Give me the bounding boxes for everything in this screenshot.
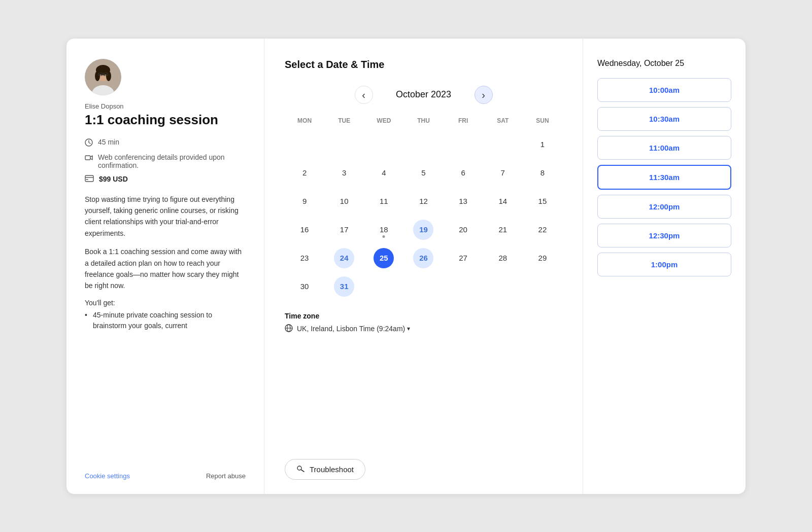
time-slot-button[interactable]: 10:00am bbox=[597, 78, 731, 102]
left-panel: Elise Dopson 1:1 coaching session 45 min… bbox=[66, 39, 264, 494]
calendar-day bbox=[483, 131, 523, 158]
host-name: Elise Dopson bbox=[85, 102, 246, 110]
calendar-day[interactable]: 16 bbox=[285, 217, 324, 243]
calendar-header: ‹ October 2023 › bbox=[285, 86, 562, 104]
description-2: Book a 1:1 coaching session and come awa… bbox=[85, 246, 246, 292]
calendar-day[interactable]: 4 bbox=[364, 160, 403, 186]
calendar-day[interactable]: 12 bbox=[403, 188, 443, 215]
calendar-day[interactable]: 6 bbox=[444, 160, 483, 186]
calendar-day[interactable]: 22 bbox=[523, 217, 562, 243]
calendar-day[interactable]: 8 bbox=[523, 160, 562, 186]
globe-icon bbox=[285, 324, 293, 334]
calendar-week: 3031 bbox=[285, 273, 562, 300]
calendar-day[interactable]: 30 bbox=[285, 273, 324, 300]
calendar-day[interactable]: 31 bbox=[324, 273, 364, 300]
time-slot-button[interactable]: 12:30pm bbox=[597, 224, 731, 247]
calendar-day[interactable]: 27 bbox=[444, 245, 483, 271]
day-header: TUE bbox=[324, 114, 364, 127]
timezone-label: Time zone bbox=[285, 312, 562, 320]
calendar-day[interactable]: 24 bbox=[324, 245, 364, 271]
calendar-weeks: 1234567891011121314151617181920212223242… bbox=[285, 131, 562, 300]
clock-icon bbox=[85, 138, 93, 148]
day-header: SAT bbox=[483, 114, 523, 127]
timezone-dropdown[interactable]: UK, Ireland, Lisbon Time (9:24am) ▾ bbox=[297, 325, 410, 333]
video-icon bbox=[85, 154, 93, 163]
calendar-day[interactable]: 21 bbox=[483, 217, 523, 243]
day-header: MON bbox=[285, 114, 324, 127]
calendar-day[interactable]: 17 bbox=[324, 217, 364, 243]
key-icon bbox=[296, 465, 304, 474]
selected-date-label: Wednesday, October 25 bbox=[597, 59, 731, 68]
calendar-day[interactable]: 26 bbox=[403, 245, 443, 271]
next-month-button[interactable]: › bbox=[475, 86, 493, 104]
panel-title: Select a Date & Time bbox=[285, 59, 562, 70]
bottom-links: Cookie settings Report abuse bbox=[85, 464, 246, 480]
time-slots-container: 10:00am10:30am11:00am11:30am12:00pm12:30… bbox=[597, 78, 731, 276]
conferencing-item: Web conferencing details provided upon c… bbox=[85, 153, 246, 169]
time-slot-button[interactable]: 11:30am bbox=[597, 165, 731, 190]
conferencing-text: Web conferencing details provided upon c… bbox=[98, 153, 246, 169]
calendar-day[interactable]: 9 bbox=[285, 188, 324, 215]
calendar-day[interactable]: 13 bbox=[444, 188, 483, 215]
calendar-day[interactable]: 18 bbox=[364, 217, 403, 243]
calendar-day[interactable]: 7 bbox=[483, 160, 523, 186]
price-row: $99 USD bbox=[85, 174, 246, 184]
svg-point-4 bbox=[95, 71, 100, 81]
calendar-day bbox=[285, 131, 324, 158]
middle-panel: Select a Date & Time ‹ October 2023 › MO… bbox=[264, 39, 583, 494]
calendar-day[interactable]: 25 bbox=[364, 245, 403, 271]
day-header: WED bbox=[364, 114, 403, 127]
timezone-value: UK, Ireland, Lisbon Time (9:24am) bbox=[297, 325, 405, 333]
calendar-day[interactable]: 29 bbox=[523, 245, 562, 271]
middle-bottom: Troubleshoot bbox=[285, 447, 562, 480]
calendar-day[interactable]: 5 bbox=[403, 160, 443, 186]
calendar-day bbox=[483, 273, 523, 300]
calendar-week: 23242526272829 bbox=[285, 245, 562, 271]
time-slot-button[interactable]: 10:30am bbox=[597, 107, 731, 131]
card-icon bbox=[85, 175, 94, 184]
timezone-section: Time zone UK, Ireland, Lisbon Time (9:24… bbox=[285, 312, 562, 334]
price-text: $99 USD bbox=[99, 175, 128, 183]
timezone-row[interactable]: UK, Ireland, Lisbon Time (9:24am) ▾ bbox=[285, 324, 562, 334]
duration-item: 45 min bbox=[85, 138, 246, 148]
time-slot-button[interactable]: 11:00am bbox=[597, 136, 731, 160]
bullet-1: 45-minute private coaching session to br… bbox=[85, 310, 246, 331]
calendar-day bbox=[324, 131, 364, 158]
calendar-day bbox=[523, 273, 562, 300]
report-abuse-link[interactable]: Report abuse bbox=[206, 472, 246, 480]
time-slot-button[interactable]: 1:00pm bbox=[597, 253, 731, 276]
calendar-day[interactable]: 15 bbox=[523, 188, 562, 215]
calendar-day[interactable]: 3 bbox=[324, 160, 364, 186]
calendar-day[interactable]: 14 bbox=[483, 188, 523, 215]
chevron-right-icon: › bbox=[482, 90, 485, 100]
calendar-day[interactable]: 19 bbox=[403, 217, 443, 243]
duration-text: 45 min bbox=[98, 138, 119, 146]
month-label: October 2023 bbox=[383, 89, 464, 100]
calendar-day[interactable]: 20 bbox=[444, 217, 483, 243]
time-slot-button[interactable]: 12:00pm bbox=[597, 195, 731, 219]
day-header: SUN bbox=[523, 114, 562, 127]
calendar-day bbox=[364, 273, 403, 300]
right-panel: Wednesday, October 25 10:00am10:30am11:0… bbox=[583, 39, 746, 494]
booking-card: Elise Dopson 1:1 coaching session 45 min… bbox=[66, 38, 746, 494]
calendar-day[interactable]: 28 bbox=[483, 245, 523, 271]
svg-rect-10 bbox=[85, 156, 90, 160]
chevron-left-icon: ‹ bbox=[362, 90, 365, 100]
troubleshoot-button[interactable]: Troubleshoot bbox=[285, 459, 365, 480]
avatar bbox=[85, 59, 121, 95]
prev-month-button[interactable]: ‹ bbox=[355, 86, 373, 104]
day-header: FRI bbox=[444, 114, 483, 127]
calendar-day[interactable]: 2 bbox=[285, 160, 324, 186]
svg-line-18 bbox=[301, 470, 304, 472]
cookie-settings-link[interactable]: Cookie settings bbox=[85, 472, 130, 480]
calendar-day[interactable]: 11 bbox=[364, 188, 403, 215]
troubleshoot-label: Troubleshoot bbox=[310, 465, 354, 474]
calendar-day bbox=[403, 131, 443, 158]
calendar-week: 16171819202122 bbox=[285, 217, 562, 243]
calendar-day[interactable]: 1 bbox=[523, 131, 562, 158]
calendar-day[interactable]: 23 bbox=[285, 245, 324, 271]
calendar-day bbox=[364, 131, 403, 158]
day-headers: MONTUEWEDTHUFRISATSUN bbox=[285, 114, 562, 127]
calendar-grid: MONTUEWEDTHUFRISATSUN 123456789101112131… bbox=[285, 114, 562, 300]
calendar-day[interactable]: 10 bbox=[324, 188, 364, 215]
